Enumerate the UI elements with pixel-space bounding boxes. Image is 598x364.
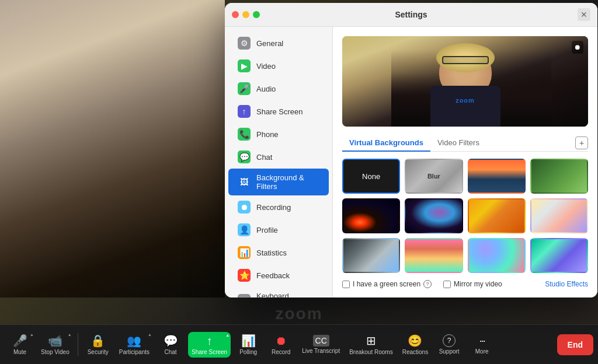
sidebar-item-phone[interactable]: 📞 Phone <box>228 123 329 145</box>
sidebar-item-general[interactable]: ⚙ General <box>228 32 329 54</box>
support-icon: ? <box>443 334 456 347</box>
options-row: I have a green screen ? Mirror my video … <box>342 280 588 288</box>
toolbar-participants[interactable]: ▲ 👥 Participants <box>116 331 153 358</box>
sidebar-item-feedback[interactable]: ⭐ Feedback <box>228 264 329 286</box>
feedback-icon: ⭐ <box>238 269 251 282</box>
sidebar-item-audio[interactable]: 🎤 Audio <box>228 78 329 100</box>
sidebar-item-keyboard-shortcuts[interactable]: ⌨ Keyboard Shortcuts <box>228 287 329 298</box>
mute-icon: 🎤 <box>13 334 27 348</box>
tab-video-filters[interactable]: Video Filters <box>430 135 486 152</box>
green-screen-option: I have a green screen ? <box>342 280 432 288</box>
profile-icon: 👤 <box>238 223 251 236</box>
green-screen-checkbox[interactable] <box>342 281 350 288</box>
sidebar-label-statistics: Statistics <box>256 249 287 257</box>
background-item-blur[interactable]: Blur <box>405 159 463 194</box>
toolbar-chat[interactable]: 💬 Chat <box>155 331 186 358</box>
breakout-rooms-label: Breakout Rooms <box>349 349 392 355</box>
stop-video-label: Stop Video <box>41 349 69 355</box>
background-item-golden-gate[interactable] <box>468 159 526 194</box>
reactions-label: Reactions <box>402 349 428 355</box>
sidebar-label-recording: Recording <box>256 203 291 212</box>
add-background-button[interactable]: + <box>575 136 588 149</box>
end-button[interactable]: End <box>557 334 593 355</box>
video-area <box>0 0 225 298</box>
close-traffic-light[interactable] <box>232 11 239 18</box>
background-item-none[interactable]: None <box>342 159 400 194</box>
toolbar-stop-video[interactable]: ▲ 📹 Stop Video <box>37 331 73 358</box>
sidebar-label-phone: Phone <box>256 130 279 139</box>
studio-effects-link[interactable]: Studio Effects <box>545 280 588 288</box>
sidebar-item-video[interactable]: ▶ Video <box>228 55 329 77</box>
dialog-body: ⚙ General ▶ Video 🎤 Audio ↑ Share Screen… <box>225 27 597 298</box>
dialog-titlebar: Settings ✕ <box>225 3 597 27</box>
minimize-traffic-light[interactable] <box>242 11 249 18</box>
close-button[interactable]: ✕ <box>578 8 590 21</box>
background-item-leaf[interactable] <box>342 238 400 273</box>
content-tabs: Virtual Backgrounds Video Filters + <box>342 135 588 152</box>
polling-label: Polling <box>239 349 257 355</box>
participants-icon: 👥 <box>127 334 141 348</box>
sidebar-label-keyboard: Keyboard Shortcuts <box>256 292 319 298</box>
mirror-video-checkbox[interactable] <box>443 281 451 288</box>
background-icon: 🖼 <box>238 176 251 188</box>
sidebar-item-chat[interactable]: 💬 Chat <box>228 146 329 168</box>
toolbar-support[interactable]: ? Support <box>434 332 464 357</box>
sidebar-item-background-filters[interactable]: 🖼 Background & Filters <box>228 169 329 195</box>
sidebar-label-feedback: Feedback <box>256 271 290 280</box>
support-label: Support <box>439 348 460 355</box>
none-label: None <box>362 172 380 181</box>
live-transcript-icon: CC <box>313 335 329 346</box>
toolbar-divider-1 <box>78 333 78 356</box>
mirror-video-label: Mirror my video <box>454 280 502 288</box>
share-caret: ▲ <box>225 333 230 337</box>
sidebar-label-chat: Chat <box>256 153 272 162</box>
toolbar-share-screen[interactable]: ▲ ↑ Share Screen <box>188 332 231 358</box>
record-label: Record <box>272 349 290 355</box>
background-item-sunset[interactable] <box>405 238 463 273</box>
share-screen-toolbar-icon: ↑ <box>207 334 213 348</box>
toolbar-live-transcript[interactable]: CC Live Transcript <box>298 332 343 356</box>
background-item-sunflowers[interactable] <box>468 198 526 233</box>
sidebar-item-profile[interactable]: 👤 Profile <box>228 219 329 241</box>
sidebar-label-audio: Audio <box>256 85 276 93</box>
participants-label: Participants <box>119 349 150 355</box>
general-icon: ⚙ <box>238 37 251 50</box>
green-screen-help-icon[interactable]: ? <box>423 280 432 288</box>
stop-video-icon: 📹 <box>48 334 62 348</box>
maximize-traffic-light[interactable] <box>253 11 260 18</box>
background-item-space[interactable] <box>342 198 400 233</box>
sidebar-item-statistics[interactable]: 📊 Statistics <box>228 242 329 264</box>
camera-preview: zoom ⏺ <box>342 36 588 127</box>
background-item-nature[interactable] <box>530 159 588 194</box>
polling-icon: 📊 <box>241 334 256 348</box>
toolbar-items: ▲ 🎤 Mute ▲ 📹 Stop Video 🔒 Security ▲ 👥 P… <box>5 331 557 358</box>
phone-icon: 📞 <box>238 128 251 141</box>
sidebar-item-share-screen[interactable]: ↑ Share Screen <box>228 100 329 123</box>
toolbar-security[interactable]: 🔒 Security <box>83 331 113 358</box>
background-item-galaxy[interactable] <box>405 198 463 233</box>
toolbar-record[interactable]: ⏺ Record <box>266 332 296 358</box>
chat-toolbar-label: Chat <box>164 349 176 355</box>
toolbar-breakout-rooms[interactable]: ⊞ Breakout Rooms <box>346 331 396 358</box>
tab-virtual-backgrounds[interactable]: Virtual Backgrounds <box>342 135 430 152</box>
sidebar-label-general: General <box>256 39 283 48</box>
share-screen-toolbar-label: Share Screen <box>192 349 227 355</box>
traffic-lights <box>232 11 260 18</box>
camera-control-icon[interactable]: ⏺ <box>572 41 583 54</box>
zoom-watermark: zoom <box>275 304 322 323</box>
settings-dialog: Settings ✕ ⚙ General ▶ Video 🎤 Audio ↑ S… <box>225 3 597 298</box>
toolbar-polling[interactable]: 📊 Polling <box>233 331 263 358</box>
blur-label: Blur <box>427 173 440 180</box>
toolbar-reactions[interactable]: 😊 Reactions <box>399 331 432 358</box>
chat-toolbar-icon: 💬 <box>164 334 178 348</box>
more-icon: ··· <box>479 335 485 347</box>
toolbar-mute[interactable]: ▲ 🎤 Mute <box>5 331 35 358</box>
toolbar-more[interactable]: ··· More <box>467 332 497 357</box>
background-item-pastel[interactable] <box>530 198 588 233</box>
background-item-bubbles[interactable] <box>468 238 526 273</box>
settings-sidebar: ⚙ General ▶ Video 🎤 Audio ↑ Share Screen… <box>225 27 333 298</box>
sidebar-item-recording[interactable]: ⏺ Recording <box>228 196 329 218</box>
security-icon: 🔒 <box>91 334 105 348</box>
background-item-plants[interactable] <box>530 238 588 273</box>
sidebar-label-background: Background & Filters <box>256 173 319 191</box>
